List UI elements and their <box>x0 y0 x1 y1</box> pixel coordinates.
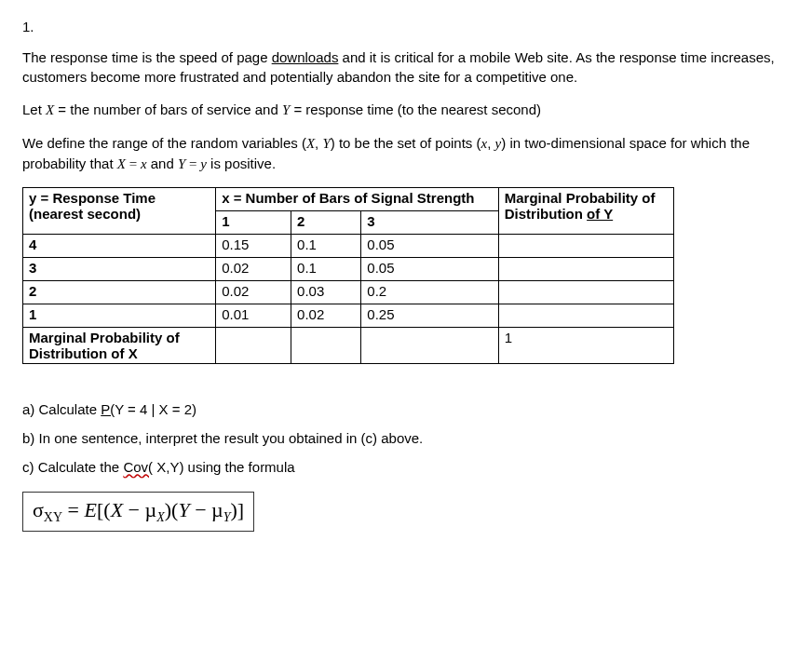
hdr-x: x = Number of Bars of Signal Strength <box>216 188 499 211</box>
p1-pre: The response time is the speed of page <box>22 49 272 65</box>
covariance-formula: σXY = E[(X − µX)(Y − µY)] <box>22 492 254 532</box>
cell-y: 2 <box>23 281 216 304</box>
downloads-link[interactable]: downloads <box>272 49 339 65</box>
table-row: 3 0.02 0.1 0.05 <box>23 258 674 281</box>
cell: 0.25 <box>361 304 498 328</box>
f-X: X <box>111 498 123 521</box>
cell: 0.05 <box>361 258 498 281</box>
hdr-marg-text: Marginal Probability of Distribution <box>505 190 656 222</box>
intro-paragraph-1: The response time is the speed of page d… <box>22 47 790 87</box>
p3-and: and <box>147 155 178 171</box>
cell: 0.02 <box>291 304 361 328</box>
question-c: c) Calculate the Cov( X,Y) using the for… <box>22 459 790 475</box>
cell: 0.2 <box>361 281 498 304</box>
p2-resp: = response time (to the nearest second) <box>290 101 541 117</box>
f-eq: = <box>62 498 84 521</box>
f-close2: )] <box>231 498 245 521</box>
f-minus1: − µ <box>123 498 156 521</box>
p3-eq2: = <box>185 156 200 171</box>
cell-y: 1 <box>23 304 216 328</box>
footer-c1 <box>216 328 291 364</box>
footer-row: Marginal Probability of Distribution of … <box>23 328 674 364</box>
joint-probability-table: y = Response Time (nearest second) x = N… <box>22 187 674 364</box>
header-row-1: y = Response Time (nearest second) x = N… <box>23 188 674 211</box>
cell <box>498 258 673 281</box>
cell: 0.05 <box>361 235 498 258</box>
f-sub-y: Y <box>223 510 231 524</box>
qc-wavy: Cov( <box>123 459 153 475</box>
cell <box>498 235 673 258</box>
qa-link[interactable]: P( <box>101 401 115 417</box>
qa-post: Y = 4 | X = 2) <box>115 401 196 417</box>
p2-let: Let <box>22 101 46 117</box>
p3-eq1: = <box>126 156 141 171</box>
p3-Y2: Y <box>178 156 185 171</box>
f-minus2: − µ <box>190 498 223 521</box>
cell: 0.1 <box>291 235 361 258</box>
hdr-marg-link[interactable]: of Y <box>587 206 613 222</box>
p3-d: is positive. <box>207 155 276 171</box>
p2-Y: Y <box>282 102 290 117</box>
question-a: a) Calculate P(Y = 4 | X = 2) <box>22 401 790 417</box>
p3-Y: Y <box>322 136 330 151</box>
qa-pre: a) Calculate <box>22 401 101 417</box>
table-row: 4 0.15 0.1 0.05 <box>23 235 674 258</box>
sub-3: 3 <box>361 211 498 235</box>
hdr-y: y = Response Time (nearest second) <box>23 188 216 235</box>
intro-paragraph-3: We define the range of the random variab… <box>22 133 790 174</box>
cell: 0.15 <box>216 235 291 258</box>
qb-text: b) In one sentence, interpret the result… <box>22 430 423 446</box>
footer-c2 <box>291 328 361 364</box>
f-sub-x: X <box>156 510 165 524</box>
f-lb: [( <box>97 498 111 521</box>
f-E: E <box>85 498 97 521</box>
p3-x2: x <box>141 156 147 171</box>
footer-total: 1 <box>498 328 673 364</box>
qc-post: X,Y) using the formula <box>153 459 295 475</box>
f-close1: )( <box>165 498 179 521</box>
footer-c3 <box>361 328 498 364</box>
table-row: 1 0.01 0.02 0.25 <box>23 304 674 328</box>
question-b: b) In one sentence, interpret the result… <box>22 430 790 446</box>
p3-y2: y <box>200 156 207 171</box>
p3-a: We define the range of the random variab… <box>22 135 306 151</box>
p3-X2: X <box>117 156 126 171</box>
p3-X: X <box>306 136 315 151</box>
p3-comma2: , <box>487 135 494 151</box>
intro-paragraph-2: Let X = the number of bars of service an… <box>22 100 790 120</box>
cell: 0.1 <box>291 258 361 281</box>
cell: 0.03 <box>291 281 361 304</box>
qc-pre: c) Calculate the <box>22 459 123 475</box>
p2-bars: = the number of bars of service and <box>54 101 282 117</box>
f-sub-xy: XY <box>44 510 62 524</box>
p2-X: X <box>46 102 54 117</box>
cell-y: 4 <box>23 235 216 258</box>
cell <box>498 281 673 304</box>
sub-1: 1 <box>216 211 291 235</box>
hdr-marg: Marginal Probability of Distribution of … <box>498 188 673 235</box>
f-Y: Y <box>178 498 189 521</box>
cell-y: 3 <box>23 258 216 281</box>
footer-label: Marginal Probability of Distribution of … <box>23 328 216 364</box>
cell: 0.01 <box>216 304 291 328</box>
qnum-text: 1. <box>22 19 34 34</box>
cell <box>498 304 673 328</box>
f-sigma: σ <box>33 498 44 521</box>
cell: 0.02 <box>216 258 291 281</box>
cell: 0.02 <box>216 281 291 304</box>
p3-b: ) to be the set of points ( <box>331 135 481 151</box>
table-row: 2 0.02 0.03 0.2 <box>23 281 674 304</box>
sub-2: 2 <box>291 211 361 235</box>
question-number: 1. <box>22 19 790 34</box>
